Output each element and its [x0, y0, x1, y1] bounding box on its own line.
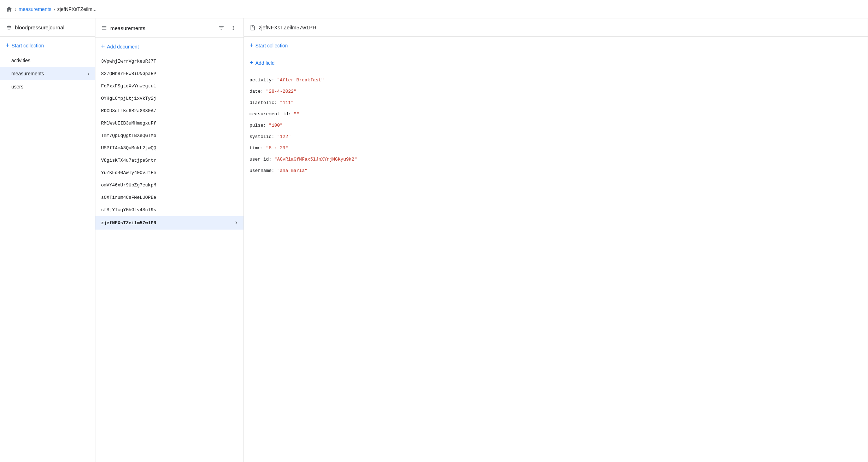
document-list-item[interactable]: omVY46xUr9UbZg7cukpM	[95, 179, 244, 191]
field-value: ""	[294, 111, 299, 117]
field-value: "ana maria"	[277, 168, 307, 173]
left-panel-title: bloodpressurejournal	[15, 24, 89, 30]
add-document-label: Add document	[107, 44, 139, 50]
nav-label-users: users	[11, 84, 23, 89]
filter-button[interactable]	[217, 23, 226, 33]
collection-icon	[101, 25, 107, 31]
breadcrumb-sep-2: ›	[53, 6, 55, 12]
field-value: "AGvRlaGfMFax5lJnXYrjMGKyu9k2"	[274, 157, 357, 162]
doc-id-label: sfSjYTcgYGhGtv4Snl9s	[101, 207, 156, 213]
doc-id-label: RMlWsUEIB3uMHmegxuFf	[101, 121, 156, 126]
field-row: time: "8 : 29"	[244, 142, 868, 154]
right-panel-title: zjefNFXsTZeilm57w1PR	[259, 24, 862, 30]
right-start-collection-button[interactable]: + Start collection	[244, 37, 868, 54]
document-list-item[interactable]: YuZKFd40Awly400vJfEe	[95, 167, 244, 179]
document-list-item[interactable]: 827QMh8rFEw8iUNGpaRP	[95, 68, 244, 80]
field-row: measurement_id: ""	[244, 108, 868, 120]
doc-id-label: TmY7QpLqQgtTBXeQGTMb	[101, 133, 156, 138]
right-panel-header: zjefNFXsTZeilm57w1PR	[244, 18, 868, 37]
field-row: diastolic: "111"	[244, 97, 868, 108]
breadcrumb-sep-1: ›	[15, 6, 17, 12]
field-key: activity:	[250, 77, 277, 83]
field-key: user_id:	[250, 157, 274, 162]
doc-id-label: RDCD8cFLKs6B2aG380A7	[101, 108, 156, 114]
field-value: "100"	[269, 123, 283, 128]
left-panel-content: + Start collection activities measuremen…	[0, 37, 95, 462]
document-list-item[interactable]: sOXTirum4CsFMeLUOPEe	[95, 191, 244, 204]
middle-panel-content: + Add document 3VpwhjIwrrVgrkeuRJ7T827QM…	[95, 38, 244, 462]
right-panel: zjefNFXsTZeilm57w1PR + Start collection …	[244, 18, 868, 462]
document-list-item[interactable]: USPfI4cA3QuMnkL2jwQQ	[95, 142, 244, 154]
document-list-item[interactable]: sfSjYTcgYGhGtv4Snl9s	[95, 204, 244, 216]
field-row: user_id: "AGvRlaGfMFax5lJnXYrjMGKyu9k2"	[244, 154, 868, 165]
right-panel-content: + Start collection + Add field activity:…	[244, 37, 868, 462]
field-row: pulse: "100"	[244, 120, 868, 131]
doc-id-label: FqPxxFSgLqXvYnwegtui	[101, 83, 156, 89]
document-list-item[interactable]: RDCD8cFLKs6B2aG380A7	[95, 105, 244, 117]
start-collection-label: Start collection	[12, 43, 44, 48]
field-value: "After Breakfast"	[277, 77, 324, 83]
add-document-button[interactable]: + Add document	[95, 38, 244, 55]
sidebar-item-users[interactable]: users	[0, 80, 95, 93]
add-field-label: Add field	[256, 60, 275, 66]
database-icon	[6, 24, 12, 31]
breadcrumb-bar: › measurements › zjefNFXsTZeilm...	[0, 0, 868, 18]
doc-id-label: USPfI4cA3QuMnkL2jwQQ	[101, 145, 156, 151]
main-layout: bloodpressurejournal + Start collection …	[0, 18, 868, 462]
doc-id-label: sOXTirum4CsFMeLUOPEe	[101, 195, 156, 200]
field-value: "111"	[280, 100, 294, 105]
field-row: date: "28-4-2022"	[244, 86, 868, 97]
document-list-item[interactable]: TmY7QpLqQgtTBXeQGTMb	[95, 129, 244, 142]
nav-label-measurements: measurements	[11, 71, 44, 76]
field-key: pulse:	[250, 123, 269, 128]
field-value: "122"	[277, 134, 291, 139]
middle-panel: measurements + Add document 3Vpwhj	[95, 18, 244, 462]
document-icon	[250, 24, 256, 31]
field-row: activity: "After Breakfast"	[244, 74, 868, 86]
nav-label-activities: activities	[11, 58, 30, 63]
plus-icon-left: +	[6, 42, 10, 49]
breadcrumb-measurements[interactable]: measurements	[19, 6, 52, 12]
document-list-item[interactable]: OYHgLCYpjLtj1xVkTy2j	[95, 92, 244, 105]
start-collection-button[interactable]: + Start collection	[0, 37, 95, 54]
plus-icon-right-field: +	[250, 59, 253, 67]
middle-panel-title: measurements	[110, 25, 214, 31]
field-key: date:	[250, 89, 266, 94]
doc-id-label: 827QMh8rFEw8iUNGpaRP	[101, 71, 156, 76]
sidebar-item-activities[interactable]: activities	[0, 54, 95, 67]
doc-id-label: OYHgLCYpjLtj1xVkTy2j	[101, 96, 156, 101]
add-field-button[interactable]: + Add field	[244, 54, 868, 71]
plus-icon-middle: +	[101, 43, 105, 50]
doc-id-label: zjefNFXsTZeilm57w1PR	[101, 220, 156, 226]
doc-id-label: omVY46xUr9UbZg7cukpM	[101, 183, 156, 188]
doc-id-label: 3VpwhjIwrrVgrkeuRJ7T	[101, 59, 156, 64]
left-panel: bloodpressurejournal + Start collection …	[0, 18, 95, 462]
document-list-item[interactable]: RMlWsUEIB3uMHmegxuFf	[95, 117, 244, 129]
document-list-item[interactable]: V8gisKTX4u7atjpeSrtr	[95, 154, 244, 167]
field-key: username:	[250, 168, 277, 173]
left-panel-header: bloodpressurejournal	[0, 18, 95, 37]
middle-panel-header: measurements	[95, 18, 244, 38]
field-key: systolic:	[250, 134, 277, 139]
document-list-item[interactable]: FqPxxFSgLqXvYnwegtui	[95, 80, 244, 92]
home-icon[interactable]	[6, 6, 13, 13]
nav-list: activities measurements › users	[0, 54, 95, 93]
document-list-item[interactable]: 3VpwhjIwrrVgrkeuRJ7T	[95, 55, 244, 68]
document-list: 3VpwhjIwrrVgrkeuRJ7T827QMh8rFEw8iUNGpaRP…	[95, 55, 244, 230]
document-list-item[interactable]: zjefNFXsTZeilm57w1PR›	[95, 216, 244, 230]
plus-icon-right-collection: +	[250, 42, 253, 49]
more-options-button[interactable]	[229, 23, 238, 33]
doc-chevron: ›	[234, 220, 238, 226]
right-start-collection-label: Start collection	[256, 43, 288, 48]
fields-section: activity: "After Breakfast"date: "28-4-2…	[244, 71, 868, 179]
doc-id-label: V8gisKTX4u7atjpeSrtr	[101, 158, 156, 163]
chevron-measurements: ›	[88, 70, 89, 77]
field-value: "28-4-2022"	[266, 89, 297, 94]
sidebar-item-measurements[interactable]: measurements ›	[0, 67, 95, 80]
middle-panel-actions	[217, 23, 238, 33]
field-row: systolic: "122"	[244, 131, 868, 142]
breadcrumb-document: zjefNFXsTZeilm...	[57, 6, 96, 12]
field-key: measurement_id:	[250, 111, 294, 117]
field-row: username: "ana maria"	[244, 165, 868, 176]
field-value: "8 : 29"	[266, 145, 288, 151]
